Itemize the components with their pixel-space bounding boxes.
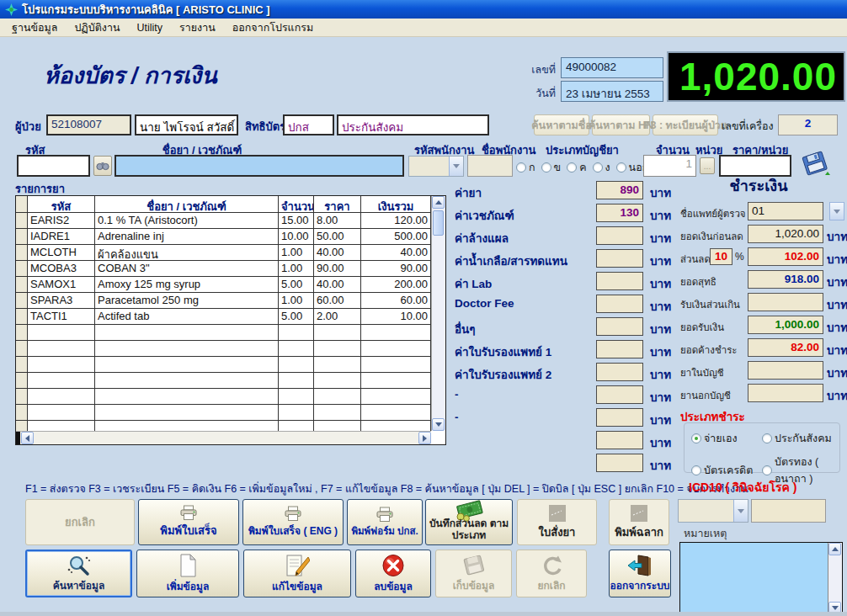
- fee-value-field[interactable]: [596, 272, 643, 290]
- radio-icon: [691, 433, 701, 443]
- discount-percent-field[interactable]: 10: [710, 248, 732, 265]
- scrollbar-thumb[interactable]: [433, 210, 444, 236]
- fee-value-field[interactable]: [596, 363, 643, 381]
- row-selector[interactable]: [16, 421, 28, 431]
- row-selector[interactable]: [16, 213, 28, 229]
- menu-item[interactable]: ฐานข้อมูล: [3, 18, 66, 38]
- print-receipt-button[interactable]: พิมพ์ใบเสร็จ: [138, 499, 239, 545]
- save-data-button[interactable]: เก็บข้อมูล: [435, 550, 512, 597]
- print-label-button[interactable]: พิมพ์ฉลาก: [609, 499, 669, 545]
- fee-value-field[interactable]: [596, 385, 643, 404]
- payment-title: ชำระเงิน: [679, 173, 839, 198]
- row-selector[interactable]: [16, 293, 28, 309]
- payment-value-field[interactable]: [748, 384, 823, 402]
- fee-value-field[interactable]: [596, 431, 643, 449]
- payment-value-field[interactable]: 1,020.00: [748, 225, 823, 243]
- row-selector[interactable]: [16, 405, 28, 421]
- scroll-left-icon[interactable]: [21, 432, 34, 444]
- table-row[interactable]: TACTI1Actifed tab5.002.0010.00: [16, 309, 431, 325]
- pay-type-option[interactable]: จ่ายเอง: [691, 430, 762, 447]
- fee-value-field[interactable]: [596, 340, 643, 358]
- patient-hn-field[interactable]: 52108007: [46, 114, 131, 135]
- table-row[interactable]: [16, 405, 431, 421]
- save-discount-button[interactable]: บันทึกส่วนลด ตามประเภท: [425, 499, 513, 545]
- icd10-combo[interactable]: [678, 499, 748, 523]
- table-row[interactable]: [16, 357, 431, 373]
- payment-value-field[interactable]: 1,000.00: [748, 316, 823, 334]
- print-receipt-eng-button[interactable]: พิมพ์ใบเสร็จ ( ENG ): [242, 499, 344, 545]
- prescription-button[interactable]: ใบสั่งยา: [517, 499, 597, 545]
- row-selector[interactable]: [16, 341, 28, 357]
- doctor-code-field[interactable]: 01: [748, 202, 823, 220]
- row-selector[interactable]: [16, 245, 28, 261]
- scroll-up-icon[interactable]: [828, 543, 841, 555]
- chevron-down-icon[interactable]: [733, 500, 748, 522]
- scroll-right-icon[interactable]: [418, 432, 431, 444]
- table-row[interactable]: [16, 325, 431, 341]
- table-row[interactable]: IADRE1Adrenaline inj10.0050.00500.00: [16, 229, 431, 245]
- pay-type-option[interactable]: ประกันสังคม: [762, 430, 836, 447]
- payment-value-field[interactable]: [748, 361, 823, 380]
- table-cell: 200.00: [361, 277, 431, 293]
- remark-scrollbar[interactable]: [828, 543, 842, 614]
- row-selector[interactable]: [16, 373, 28, 389]
- code-input[interactable]: [17, 155, 90, 177]
- table-vertical-scrollbar[interactable]: [431, 196, 445, 431]
- search-data-button[interactable]: ค้นหาข้อมูล: [25, 550, 132, 597]
- row-selector[interactable]: [16, 261, 28, 277]
- table-row[interactable]: EARIS20.1 % TA (Aristocort)15.008.00120.…: [16, 213, 431, 229]
- exit-button[interactable]: ออกจากระบบ: [609, 550, 671, 597]
- delete-data-button[interactable]: ลบข้อมูล: [355, 550, 431, 597]
- fee-value-field[interactable]: [596, 408, 643, 427]
- menu-item[interactable]: รายงาน: [171, 18, 224, 38]
- row-selector[interactable]: [16, 357, 28, 373]
- table-row[interactable]: SPARA3Paracetamol 250 mg1.0060.0060.00: [16, 293, 431, 309]
- cancel-bottom-button[interactable]: ยกเลิก: [516, 550, 587, 597]
- table-row[interactable]: [16, 421, 431, 431]
- fee-value-field[interactable]: [596, 226, 643, 245]
- table-row[interactable]: MCOBA3COBAN 3"1.0090.0090.00: [16, 261, 431, 277]
- fee-label: -: [455, 388, 459, 401]
- menu-item[interactable]: ปฏิบัติงาน: [66, 18, 128, 38]
- icd10-field[interactable]: [751, 499, 826, 523]
- fee-value-field[interactable]: [596, 295, 643, 313]
- add-data-button[interactable]: เพิ่มข้อมูล: [136, 550, 239, 597]
- row-selector[interactable]: [16, 325, 28, 341]
- lookup-button[interactable]: [93, 156, 112, 176]
- fee-value-field[interactable]: 130: [596, 204, 643, 222]
- row-selector[interactable]: [16, 229, 28, 245]
- remark-textarea[interactable]: [679, 542, 843, 615]
- table-row[interactable]: [16, 341, 431, 357]
- payment-value-field[interactable]: 102.00: [748, 247, 823, 266]
- table-horizontal-scrollbar[interactable]: [16, 431, 431, 444]
- scroll-up-icon[interactable]: [432, 196, 445, 209]
- fee-value-field[interactable]: 890: [596, 181, 643, 199]
- fee-label: ค่าใบรับรองแพทย์ 1: [455, 343, 551, 361]
- drug-name-input[interactable]: [115, 155, 404, 177]
- row-selector[interactable]: [16, 309, 28, 325]
- payment-value-field[interactable]: 918.00: [748, 270, 823, 289]
- row-selector[interactable]: [16, 389, 28, 405]
- row-selector[interactable]: [16, 277, 28, 293]
- fee-value-field[interactable]: [596, 249, 643, 268]
- table-row[interactable]: MCLOTHผ้าคล้องแขน1.0040.0040.00: [16, 245, 431, 261]
- menu-item[interactable]: Utility: [128, 20, 171, 35]
- fee-value-field[interactable]: [596, 454, 643, 472]
- baht-label: บาท: [650, 388, 671, 406]
- right-code-field[interactable]: ปกส: [283, 114, 334, 135]
- cancel-top-button[interactable]: ยกเลิก: [25, 499, 135, 545]
- payment-value-field[interactable]: 82.00: [748, 338, 823, 357]
- menu-item[interactable]: ออกจากโปรแกรม: [224, 18, 322, 38]
- table-row[interactable]: [16, 373, 431, 389]
- chevron-down-icon[interactable]: [830, 203, 844, 220]
- doctor-combo-arrow[interactable]: [829, 202, 844, 220]
- baht-label: บาท: [827, 250, 847, 268]
- fee-value-field[interactable]: [596, 317, 643, 336]
- print-sso-form-button[interactable]: พิมพ์ฟอร์ม ปกส.: [347, 499, 423, 545]
- patient-name-field[interactable]: นาย ไพโรจน์ สวัสดิ์: [135, 114, 238, 135]
- edit-data-button[interactable]: แก้ไขข้อมูล: [243, 550, 351, 597]
- table-row[interactable]: [16, 389, 431, 405]
- payment-value-field[interactable]: [748, 293, 823, 311]
- table-row[interactable]: SAMOX1Amoxy 125 mg syrup5.0040.00200.00: [16, 277, 431, 293]
- scroll-down-icon[interactable]: [432, 418, 445, 431]
